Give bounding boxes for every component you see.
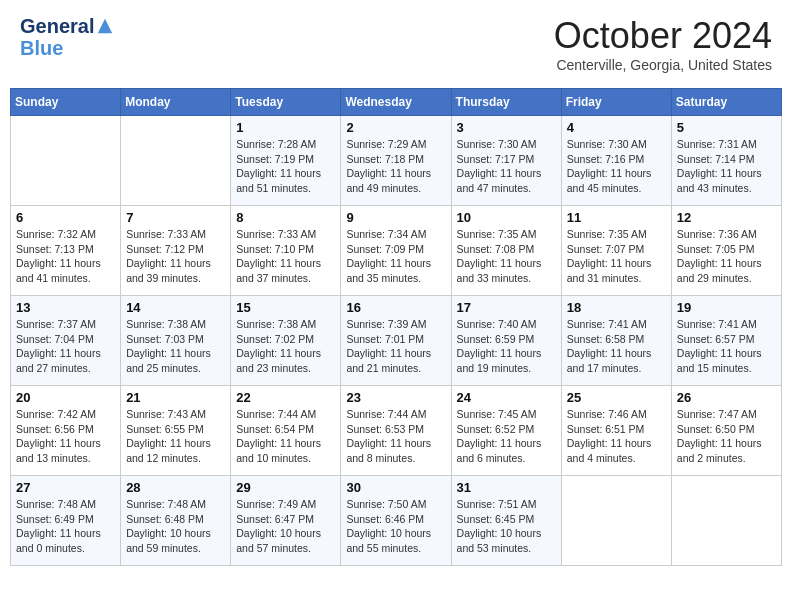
day-number: 19 xyxy=(677,300,776,315)
day-detail: Sunrise: 7:50 AM Sunset: 6:46 PM Dayligh… xyxy=(346,497,445,556)
calendar-cell: 10Sunrise: 7:35 AM Sunset: 7:08 PM Dayli… xyxy=(451,206,561,296)
day-headers-row: SundayMondayTuesdayWednesdayThursdayFrid… xyxy=(11,89,782,116)
day-number: 22 xyxy=(236,390,335,405)
calendar-week-2: 6Sunrise: 7:32 AM Sunset: 7:13 PM Daylig… xyxy=(11,206,782,296)
calendar-cell xyxy=(561,476,671,566)
day-header-thursday: Thursday xyxy=(451,89,561,116)
calendar-cell: 23Sunrise: 7:44 AM Sunset: 6:53 PM Dayli… xyxy=(341,386,451,476)
day-number: 17 xyxy=(457,300,556,315)
day-number: 8 xyxy=(236,210,335,225)
day-detail: Sunrise: 7:49 AM Sunset: 6:47 PM Dayligh… xyxy=(236,497,335,556)
day-detail: Sunrise: 7:30 AM Sunset: 7:17 PM Dayligh… xyxy=(457,137,556,196)
day-detail: Sunrise: 7:39 AM Sunset: 7:01 PM Dayligh… xyxy=(346,317,445,376)
calendar-cell: 12Sunrise: 7:36 AM Sunset: 7:05 PM Dayli… xyxy=(671,206,781,296)
day-number: 12 xyxy=(677,210,776,225)
svg-marker-0 xyxy=(98,19,112,33)
day-detail: Sunrise: 7:48 AM Sunset: 6:48 PM Dayligh… xyxy=(126,497,225,556)
day-detail: Sunrise: 7:48 AM Sunset: 6:49 PM Dayligh… xyxy=(16,497,115,556)
day-number: 4 xyxy=(567,120,666,135)
calendar-table: SundayMondayTuesdayWednesdayThursdayFrid… xyxy=(10,88,782,566)
calendar-cell: 1Sunrise: 7:28 AM Sunset: 7:19 PM Daylig… xyxy=(231,116,341,206)
day-detail: Sunrise: 7:46 AM Sunset: 6:51 PM Dayligh… xyxy=(567,407,666,466)
calendar-cell: 4Sunrise: 7:30 AM Sunset: 7:16 PM Daylig… xyxy=(561,116,671,206)
day-number: 21 xyxy=(126,390,225,405)
calendar-cell: 29Sunrise: 7:49 AM Sunset: 6:47 PM Dayli… xyxy=(231,476,341,566)
day-number: 13 xyxy=(16,300,115,315)
calendar-cell xyxy=(671,476,781,566)
calendar-week-5: 27Sunrise: 7:48 AM Sunset: 6:49 PM Dayli… xyxy=(11,476,782,566)
calendar-cell: 5Sunrise: 7:31 AM Sunset: 7:14 PM Daylig… xyxy=(671,116,781,206)
calendar-cell: 27Sunrise: 7:48 AM Sunset: 6:49 PM Dayli… xyxy=(11,476,121,566)
calendar-cell: 2Sunrise: 7:29 AM Sunset: 7:18 PM Daylig… xyxy=(341,116,451,206)
day-header-tuesday: Tuesday xyxy=(231,89,341,116)
day-number: 24 xyxy=(457,390,556,405)
day-detail: Sunrise: 7:33 AM Sunset: 7:12 PM Dayligh… xyxy=(126,227,225,286)
day-header-sunday: Sunday xyxy=(11,89,121,116)
calendar-cell: 17Sunrise: 7:40 AM Sunset: 6:59 PM Dayli… xyxy=(451,296,561,386)
calendar-cell: 8Sunrise: 7:33 AM Sunset: 7:10 PM Daylig… xyxy=(231,206,341,296)
calendar-cell: 24Sunrise: 7:45 AM Sunset: 6:52 PM Dayli… xyxy=(451,386,561,476)
day-header-monday: Monday xyxy=(121,89,231,116)
day-number: 9 xyxy=(346,210,445,225)
calendar-cell: 31Sunrise: 7:51 AM Sunset: 6:45 PM Dayli… xyxy=(451,476,561,566)
day-detail: Sunrise: 7:38 AM Sunset: 7:02 PM Dayligh… xyxy=(236,317,335,376)
day-number: 27 xyxy=(16,480,115,495)
logo-text-blue: Blue xyxy=(20,37,114,59)
calendar-week-1: 1Sunrise: 7:28 AM Sunset: 7:19 PM Daylig… xyxy=(11,116,782,206)
day-header-friday: Friday xyxy=(561,89,671,116)
day-detail: Sunrise: 7:51 AM Sunset: 6:45 PM Dayligh… xyxy=(457,497,556,556)
day-number: 26 xyxy=(677,390,776,405)
day-detail: Sunrise: 7:40 AM Sunset: 6:59 PM Dayligh… xyxy=(457,317,556,376)
day-detail: Sunrise: 7:44 AM Sunset: 6:54 PM Dayligh… xyxy=(236,407,335,466)
day-detail: Sunrise: 7:37 AM Sunset: 7:04 PM Dayligh… xyxy=(16,317,115,376)
day-number: 18 xyxy=(567,300,666,315)
calendar-cell: 19Sunrise: 7:41 AM Sunset: 6:57 PM Dayli… xyxy=(671,296,781,386)
day-detail: Sunrise: 7:44 AM Sunset: 6:53 PM Dayligh… xyxy=(346,407,445,466)
day-detail: Sunrise: 7:33 AM Sunset: 7:10 PM Dayligh… xyxy=(236,227,335,286)
logo-icon xyxy=(96,17,114,35)
calendar-cell: 15Sunrise: 7:38 AM Sunset: 7:02 PM Dayli… xyxy=(231,296,341,386)
title-block: October 2024 Centerville, Georgia, Unite… xyxy=(554,15,772,73)
calendar-cell xyxy=(11,116,121,206)
day-number: 11 xyxy=(567,210,666,225)
day-number: 28 xyxy=(126,480,225,495)
calendar-cell: 14Sunrise: 7:38 AM Sunset: 7:03 PM Dayli… xyxy=(121,296,231,386)
day-number: 16 xyxy=(346,300,445,315)
calendar-cell: 13Sunrise: 7:37 AM Sunset: 7:04 PM Dayli… xyxy=(11,296,121,386)
day-detail: Sunrise: 7:36 AM Sunset: 7:05 PM Dayligh… xyxy=(677,227,776,286)
day-number: 1 xyxy=(236,120,335,135)
calendar-cell: 3Sunrise: 7:30 AM Sunset: 7:17 PM Daylig… xyxy=(451,116,561,206)
day-detail: Sunrise: 7:41 AM Sunset: 6:58 PM Dayligh… xyxy=(567,317,666,376)
calendar-cell xyxy=(121,116,231,206)
calendar-cell: 22Sunrise: 7:44 AM Sunset: 6:54 PM Dayli… xyxy=(231,386,341,476)
calendar-cell: 7Sunrise: 7:33 AM Sunset: 7:12 PM Daylig… xyxy=(121,206,231,296)
calendar-cell: 30Sunrise: 7:50 AM Sunset: 6:46 PM Dayli… xyxy=(341,476,451,566)
day-number: 2 xyxy=(346,120,445,135)
day-detail: Sunrise: 7:32 AM Sunset: 7:13 PM Dayligh… xyxy=(16,227,115,286)
day-detail: Sunrise: 7:45 AM Sunset: 6:52 PM Dayligh… xyxy=(457,407,556,466)
calendar-cell: 18Sunrise: 7:41 AM Sunset: 6:58 PM Dayli… xyxy=(561,296,671,386)
logo: General Blue xyxy=(20,15,114,59)
calendar-cell: 28Sunrise: 7:48 AM Sunset: 6:48 PM Dayli… xyxy=(121,476,231,566)
day-number: 23 xyxy=(346,390,445,405)
logo-text: General xyxy=(20,15,94,37)
day-number: 15 xyxy=(236,300,335,315)
day-detail: Sunrise: 7:38 AM Sunset: 7:03 PM Dayligh… xyxy=(126,317,225,376)
day-detail: Sunrise: 7:42 AM Sunset: 6:56 PM Dayligh… xyxy=(16,407,115,466)
day-number: 5 xyxy=(677,120,776,135)
calendar-cell: 25Sunrise: 7:46 AM Sunset: 6:51 PM Dayli… xyxy=(561,386,671,476)
day-header-saturday: Saturday xyxy=(671,89,781,116)
day-number: 10 xyxy=(457,210,556,225)
main-title: October 2024 xyxy=(554,15,772,57)
day-number: 14 xyxy=(126,300,225,315)
day-header-wednesday: Wednesday xyxy=(341,89,451,116)
day-detail: Sunrise: 7:30 AM Sunset: 7:16 PM Dayligh… xyxy=(567,137,666,196)
day-detail: Sunrise: 7:35 AM Sunset: 7:07 PM Dayligh… xyxy=(567,227,666,286)
calendar-cell: 20Sunrise: 7:42 AM Sunset: 6:56 PM Dayli… xyxy=(11,386,121,476)
calendar-cell: 26Sunrise: 7:47 AM Sunset: 6:50 PM Dayli… xyxy=(671,386,781,476)
day-detail: Sunrise: 7:43 AM Sunset: 6:55 PM Dayligh… xyxy=(126,407,225,466)
day-number: 7 xyxy=(126,210,225,225)
calendar-week-4: 20Sunrise: 7:42 AM Sunset: 6:56 PM Dayli… xyxy=(11,386,782,476)
day-number: 31 xyxy=(457,480,556,495)
day-number: 30 xyxy=(346,480,445,495)
